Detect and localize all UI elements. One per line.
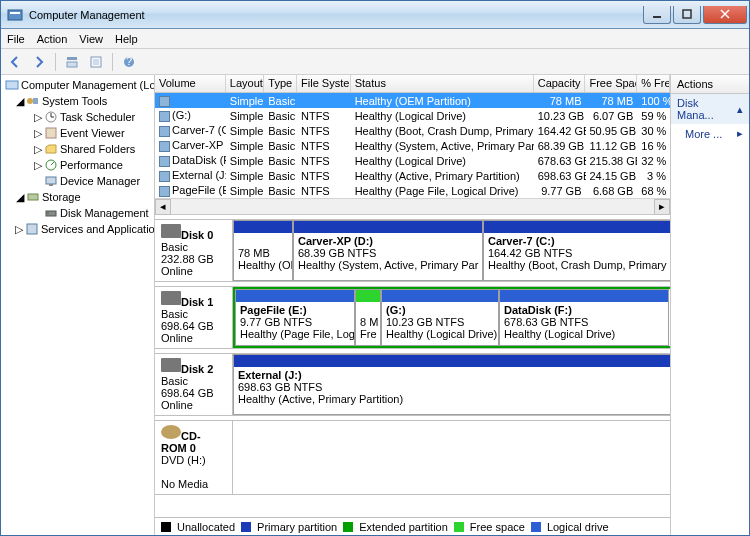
tree-task-scheduler[interactable]: ▷Task Scheduler — [1, 109, 154, 125]
partition[interactable]: PageFile (E:)9.77 GB NTFSHealthy (Page F… — [235, 289, 355, 346]
col-volume[interactable]: Volume — [155, 75, 226, 92]
svg-rect-6 — [67, 57, 77, 60]
disk-info[interactable]: Disk 0Basic232.88 GBOnline — [155, 220, 233, 281]
expand-icon[interactable]: ▷ — [33, 129, 42, 138]
legend-swatch — [161, 522, 171, 532]
partition[interactable]: Carver-XP (D:)68.39 GB NTFSHealthy (Syst… — [293, 220, 483, 281]
partition[interactable]: (G:)10.23 GB NTFSHealthy (Logical Drive) — [381, 289, 499, 346]
legend-swatch — [454, 522, 464, 532]
volume-row[interactable]: DataDisk (F:)SimpleBasicNTFSHealthy (Log… — [155, 153, 670, 168]
disk-info[interactable]: CD-ROM 0DVD (H:)No Media — [155, 421, 233, 494]
partition[interactable]: 8 MFre — [355, 289, 381, 346]
tree-event-viewer[interactable]: ▷Event Viewer — [1, 125, 154, 141]
menu-file[interactable]: File — [7, 33, 25, 45]
app-icon — [7, 7, 23, 23]
tree-storage[interactable]: ◢Storage — [1, 189, 154, 205]
expand-icon[interactable]: ▷ — [15, 225, 23, 234]
svg-rect-21 — [49, 184, 53, 186]
partition[interactable]: Carver-7 (C:)164.42 GB NTFSHealthy (Boot… — [483, 220, 670, 281]
volume-icon — [159, 141, 170, 152]
close-button[interactable] — [703, 6, 747, 24]
svg-rect-18 — [46, 128, 56, 138]
scroll-left-icon[interactable]: ◂ — [155, 199, 171, 215]
col-layout[interactable]: Layout — [226, 75, 264, 92]
menu-help[interactable]: Help — [115, 33, 138, 45]
col-filesystem[interactable]: File System — [297, 75, 351, 92]
expand-icon[interactable]: ▷ — [33, 113, 42, 122]
disk-row: Disk 0Basic232.88 GBOnline78 MBHealthy (… — [155, 219, 670, 282]
col-capacity[interactable]: Capacity — [534, 75, 586, 92]
svg-rect-3 — [683, 10, 691, 18]
disk-row: Disk 2Basic698.64 GBOnlineExternal (J:)6… — [155, 353, 670, 416]
refresh-button[interactable] — [86, 52, 106, 72]
svg-rect-7 — [67, 62, 77, 67]
tree-system-tools[interactable]: ◢System Tools — [1, 93, 154, 109]
scroll-right-icon[interactable]: ▸ — [654, 199, 670, 215]
legend-swatch — [241, 522, 251, 532]
svg-rect-22 — [28, 194, 38, 200]
tree-disk-management[interactable]: Disk Management — [1, 205, 154, 221]
tree-services-applications[interactable]: ▷Services and Applications — [1, 221, 154, 237]
actions-header: Actions — [671, 75, 749, 94]
minimize-button[interactable] — [643, 6, 671, 24]
horizontal-scrollbar[interactable]: ◂ ▸ — [155, 198, 670, 214]
svg-text:?: ? — [126, 55, 132, 67]
tree-device-manager[interactable]: Device Manager — [1, 173, 154, 189]
volume-list: Volume Layout Type File System Status Ca… — [155, 75, 670, 215]
volume-row[interactable]: Carver-XP (D:)SimpleBasicNTFSHealthy (Sy… — [155, 138, 670, 153]
disk-info[interactable]: Disk 1Basic698.64 GBOnline — [155, 287, 233, 348]
actions-disk-management[interactable]: Disk Mana...▴ — [671, 94, 749, 124]
tree-shared-folders[interactable]: ▷Shared Folders — [1, 141, 154, 157]
disk-row: CD-ROM 0DVD (H:)No Media — [155, 420, 670, 495]
volume-row[interactable]: External (J:)SimpleBasicNTFSHealthy (Act… — [155, 168, 670, 183]
collapse-icon[interactable]: ◢ — [15, 193, 24, 202]
volume-row[interactable]: Carver-7 (C:)SimpleBasicNTFSHealthy (Boo… — [155, 123, 670, 138]
col-pctfree[interactable]: % Free — [637, 75, 670, 92]
legend-swatch — [531, 522, 541, 532]
volume-icon — [159, 186, 170, 197]
window-title: Computer Management — [29, 9, 643, 21]
svg-rect-12 — [6, 81, 18, 89]
legend-label: Primary partition — [257, 521, 337, 533]
disk-info[interactable]: Disk 2Basic698.64 GBOnline — [155, 354, 233, 415]
col-type[interactable]: Type — [264, 75, 297, 92]
legend-label: Extended partition — [359, 521, 448, 533]
column-headers[interactable]: Volume Layout Type File System Status Ca… — [155, 75, 670, 93]
actions-more[interactable]: More ...▸ — [671, 124, 749, 143]
chevron-up-icon: ▴ — [737, 103, 743, 116]
volume-row[interactable]: PageFile (E:)SimpleBasicNTFSHealthy (Pag… — [155, 183, 670, 198]
menubar: File Action View Help — [1, 29, 749, 49]
chevron-right-icon: ▸ — [737, 127, 743, 140]
disk-graphical-view: Disk 0Basic232.88 GBOnline78 MBHealthy (… — [155, 215, 670, 517]
col-status[interactable]: Status — [351, 75, 534, 92]
nav-tree: Computer Management (Local ◢System Tools… — [1, 75, 155, 535]
disk-row: Disk 1Basic698.64 GBOnlinePageFile (E:)9… — [155, 286, 670, 349]
volume-icon — [159, 111, 170, 122]
volume-row[interactable]: (G:)SimpleBasicNTFSHealthy (Logical Driv… — [155, 108, 670, 123]
volume-icon — [159, 171, 170, 182]
volume-row[interactable]: SimpleBasicHealthy (OEM Partition)78 MB7… — [155, 93, 670, 108]
svg-rect-9 — [93, 59, 99, 65]
col-freespace[interactable]: Free Space — [585, 75, 637, 92]
disk-icon — [161, 224, 181, 238]
collapse-icon[interactable]: ◢ — [15, 97, 24, 106]
tree-performance[interactable]: ▷Performance — [1, 157, 154, 173]
partition[interactable]: 78 MBHealthy (OEM — [233, 220, 293, 281]
disk-icon — [161, 358, 181, 372]
view-button[interactable] — [62, 52, 82, 72]
expand-icon[interactable]: ▷ — [33, 161, 42, 170]
partition[interactable]: DataDisk (F:)678.63 GB NTFSHealthy (Logi… — [499, 289, 669, 346]
menu-action[interactable]: Action — [37, 33, 68, 45]
help-button[interactable]: ? — [119, 52, 139, 72]
legend-label: Free space — [470, 521, 525, 533]
expand-icon[interactable]: ▷ — [33, 145, 42, 154]
volume-icon — [159, 126, 170, 137]
tree-root[interactable]: Computer Management (Local — [1, 77, 154, 93]
maximize-button[interactable] — [673, 6, 701, 24]
partition[interactable]: External (J:)698.63 GB NTFSHealthy (Acti… — [233, 354, 670, 415]
menu-view[interactable]: View — [79, 33, 103, 45]
actions-pane: Actions Disk Mana...▴ More ...▸ — [671, 75, 749, 535]
back-button[interactable] — [5, 52, 25, 72]
svg-point-13 — [27, 98, 33, 104]
forward-button[interactable] — [29, 52, 49, 72]
